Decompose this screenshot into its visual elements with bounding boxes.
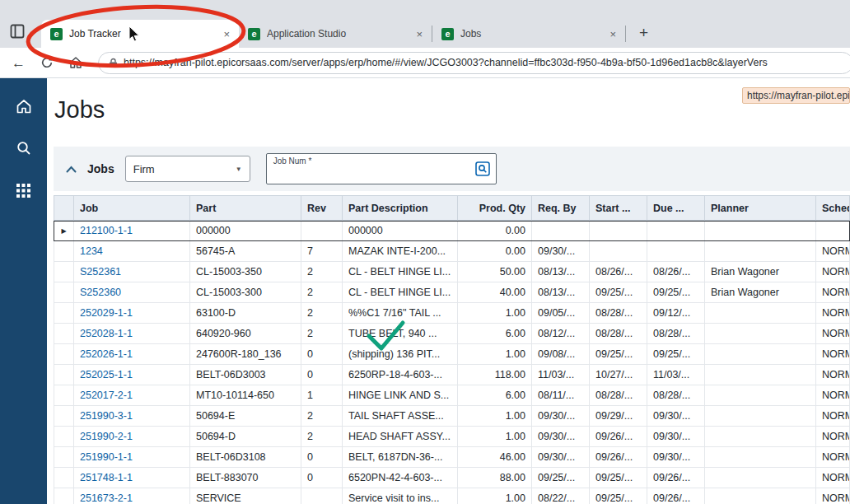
job-link[interactable]: S252361 xyxy=(74,262,190,282)
job-link[interactable]: 251673-2-1 xyxy=(74,488,190,504)
close-icon[interactable]: × xyxy=(413,28,425,40)
cell-due: 09/30/... xyxy=(647,406,705,427)
search-icon[interactable] xyxy=(14,138,34,158)
home-icon[interactable] xyxy=(14,96,34,116)
browser-tab-panel-icon[interactable] xyxy=(10,24,25,39)
job-status-dropdown[interactable]: Firm ▼ xyxy=(125,156,250,182)
home-button[interactable] xyxy=(68,55,83,70)
job-link[interactable]: 252028-1-1 xyxy=(74,324,190,344)
table-row[interactable]: 251748-1-1BELT-88307006520PN-42-4-603-..… xyxy=(54,468,850,488)
row-selector-cell[interactable] xyxy=(54,447,74,468)
job-link[interactable]: 1234 xyxy=(74,241,190,262)
tab-application-studio[interactable]: Application Studio × xyxy=(239,20,432,48)
job-search-icon[interactable] xyxy=(475,161,490,176)
job-num-label: Job Num * xyxy=(273,156,312,166)
table-row[interactable]: 252017-2-1MT10-10114-6501HINGE LINK AND … xyxy=(54,385,850,406)
jobs-grid: JobPartRevPart DescriptionProd. QtyReq. … xyxy=(54,195,850,504)
column-header-job[interactable]: Job xyxy=(74,195,190,221)
cell-sched: NORMAL xyxy=(816,488,850,504)
cell-part: 63100-D xyxy=(190,303,301,324)
column-header-sched[interactable]: Sched... xyxy=(816,195,850,221)
cell-rev xyxy=(301,221,343,241)
cell-due: 08/28/... xyxy=(647,385,705,406)
table-row[interactable]: S252361CL-15003-3502CL - BELT HINGE LI..… xyxy=(54,262,850,282)
job-link[interactable]: S252360 xyxy=(74,282,190,303)
column-header-planner[interactable]: Planner xyxy=(705,195,816,221)
table-row[interactable]: 123456745-A7MAZAK INTE-I-200...0.0009/30… xyxy=(54,241,850,262)
cell-rev: 0 xyxy=(301,365,343,385)
job-link[interactable]: 252026-1-1 xyxy=(74,344,190,365)
cell-desc: BELT, 6187DN-36-... xyxy=(343,447,458,468)
job-link[interactable]: 252029-1-1 xyxy=(74,303,190,324)
column-header-sel[interactable] xyxy=(54,195,74,221)
cell-qty: 1.00 xyxy=(458,344,532,365)
cell-planner: Brian Wagoner xyxy=(705,282,816,303)
row-selector-cell[interactable] xyxy=(54,427,74,447)
new-tab-button[interactable]: + xyxy=(639,25,648,40)
cell-start: 09/25/... xyxy=(590,344,647,365)
row-selector-cell[interactable] xyxy=(54,468,74,488)
job-link[interactable]: 251990-3-1 xyxy=(74,406,190,427)
cell-rev: 2 xyxy=(301,262,343,282)
table-row[interactable]: ▶212100-1-10000000000000.00 xyxy=(54,221,850,241)
table-row[interactable]: S252360CL-15003-3002CL - BELT HINGE LI..… xyxy=(54,282,850,303)
row-selector-cell[interactable] xyxy=(54,303,74,324)
address-bar[interactable]: https://mayfran-pilot.epicorsaas.com/ser… xyxy=(98,52,850,74)
row-selector-cell[interactable] xyxy=(54,365,74,385)
table-row[interactable]: 251990-2-150694-D2HEAD SHAFT ASSY...1.00… xyxy=(54,427,850,447)
table-row[interactable]: 252025-1-1BELT-06D300306250RP-18-4-603-.… xyxy=(54,365,850,385)
cell-req: 09/08/... xyxy=(532,344,590,365)
table-row[interactable]: 252028-1-1640920-9602TUBE BELT, 940 ...6… xyxy=(54,324,850,344)
row-selector-cell[interactable] xyxy=(54,385,74,406)
job-num-field[interactable]: Job Num * xyxy=(266,153,497,184)
lock-icon xyxy=(109,58,118,68)
refresh-button[interactable] xyxy=(40,56,54,69)
job-link[interactable]: 212100-1-1 xyxy=(74,221,190,241)
table-row[interactable]: 252029-1-163100-D2%%C1 7/16" TAIL ...1.0… xyxy=(54,303,850,324)
row-selector-cell[interactable] xyxy=(54,262,74,282)
job-link[interactable]: 251990-1-1 xyxy=(74,447,190,468)
column-header-qty[interactable]: Prod. Qty xyxy=(458,195,532,221)
job-link[interactable]: 251990-2-1 xyxy=(74,427,190,447)
row-selector-cell[interactable] xyxy=(54,344,74,365)
cell-req: 09/30/... xyxy=(532,406,590,427)
cell-rev: 0 xyxy=(301,447,343,468)
row-selector-cell[interactable] xyxy=(54,241,74,262)
cell-part: 56745-A xyxy=(190,241,301,262)
job-link[interactable]: 251748-1-1 xyxy=(74,468,190,488)
row-selector-cell[interactable] xyxy=(54,282,74,303)
cell-qty: 118.00 xyxy=(458,365,532,385)
column-header-rev[interactable]: Rev xyxy=(301,195,343,221)
cell-start xyxy=(590,221,647,241)
cell-sched: NORMAL xyxy=(816,427,850,447)
cell-qty: 0.00 xyxy=(458,241,532,262)
apps-grid-icon[interactable] xyxy=(14,180,34,200)
column-header-req[interactable]: Req. By xyxy=(532,195,590,221)
table-row[interactable]: 252026-1-1247600R-180_1360(shipping) 136… xyxy=(54,344,850,365)
collapse-chevron-icon[interactable] xyxy=(66,166,77,173)
column-header-part[interactable]: Part xyxy=(190,195,301,221)
column-header-due[interactable]: Due ... xyxy=(647,195,705,221)
cell-start: 09/29/... xyxy=(590,406,647,427)
cell-req: 09/25/... xyxy=(532,468,590,488)
close-icon[interactable]: × xyxy=(607,28,619,40)
table-row[interactable]: 251990-3-150694-E2TAIL SHAFT ASSE...1.00… xyxy=(54,406,850,427)
job-link[interactable]: 252017-2-1 xyxy=(74,385,190,406)
back-button[interactable]: ← xyxy=(12,56,26,70)
column-header-desc[interactable]: Part Description xyxy=(343,195,458,221)
close-icon[interactable]: × xyxy=(221,28,232,40)
table-row[interactable]: 251673-2-1SERVICEService visit to ins...… xyxy=(54,488,850,504)
table-row[interactable]: 251990-1-1BELT-06D31080BELT, 6187DN-36-.… xyxy=(54,447,850,468)
row-selector-cell[interactable] xyxy=(54,406,74,427)
cell-part: 640920-960 xyxy=(190,324,301,344)
cell-start: 08/28/... xyxy=(590,385,647,406)
row-selector-cell[interactable] xyxy=(54,488,74,504)
column-header-start[interactable]: Start ... xyxy=(590,195,647,221)
tab-job-tracker[interactable]: Job Tracker × xyxy=(41,20,239,48)
tab-jobs[interactable]: Jobs × xyxy=(432,20,625,48)
row-selector-cell[interactable]: ▶ xyxy=(54,221,74,241)
row-selector-cell[interactable] xyxy=(54,324,74,344)
cell-rev: 0 xyxy=(301,468,343,488)
job-link[interactable]: 252025-1-1 xyxy=(74,365,190,385)
filter-panel: Jobs Firm ▼ Job Num * xyxy=(54,147,850,191)
